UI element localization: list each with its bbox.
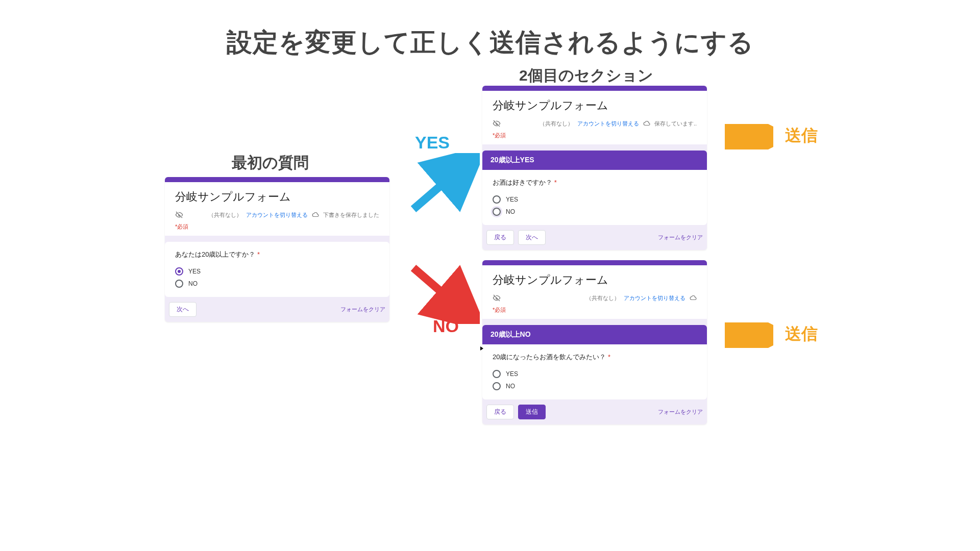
option-label: NO [506, 208, 515, 215]
save-status: 保存しています.. [654, 120, 697, 128]
radio-icon [493, 382, 501, 390]
form-title: 分岐サンプルフォーム [493, 272, 697, 288]
arrow-send-2 [725, 322, 773, 348]
option-yes[interactable]: YES [493, 193, 697, 206]
form-footer: 次へ フォームをクリア [165, 297, 389, 318]
form-header: 分岐サンプルフォーム （共有なし） アカウントを切り替える 保存しています.. … [482, 86, 707, 144]
next-button[interactable]: 次へ [169, 302, 197, 317]
radio-icon [175, 280, 183, 288]
svg-line-1 [413, 268, 470, 316]
clear-form-link[interactable]: フォームをクリア [658, 408, 703, 416]
visibility-off-icon [175, 211, 183, 219]
slide-title: 設定を変更して正しく送信されるようにする [227, 26, 754, 60]
required-note: *必須 [493, 132, 697, 139]
next-button[interactable]: 次へ [518, 230, 546, 245]
option-no[interactable]: NO [493, 380, 697, 392]
account-row: （共有なし） アカウントを切り替える 保存しています.. [493, 119, 697, 128]
save-status: 下書きを保存しました [323, 211, 379, 219]
form-footer: 戻る 送信 フォームをクリア [482, 399, 707, 420]
flow-label-send-1: 送信 [785, 124, 818, 147]
flow-label-send-2: 送信 [785, 323, 818, 345]
form-first-question: 分岐サンプルフォーム （共有なし） アカウントを切り替える 下書きを保存しました… [165, 177, 389, 322]
form-header: 分岐サンプルフォーム （共有なし） アカウントを切り替える *必須 [482, 260, 707, 319]
cloud-icon [312, 211, 319, 218]
question-card: お酒は好きですか？ * YES NO [482, 170, 707, 225]
back-button[interactable]: 戻る [486, 405, 514, 419]
question-card: 20歳になったらお酒を飲んでみたい？ * YES NO [482, 344, 707, 399]
clear-form-link[interactable]: フォームをクリア [340, 306, 385, 313]
cloud-icon [643, 120, 650, 127]
share-note: （共有なし） [540, 120, 573, 128]
arrow-yes [408, 153, 480, 214]
share-note: （共有なし） [586, 294, 620, 302]
question-card: あなたは20歳以上ですか？ * YES NO [165, 242, 389, 297]
visibility-off-icon [493, 294, 501, 302]
option-label: NO [506, 383, 515, 390]
cursor-icon [480, 346, 483, 350]
radio-icon [175, 267, 183, 276]
form-title: 分岐サンプルフォーム [175, 189, 379, 205]
option-no[interactable]: NO [175, 278, 379, 290]
required-note: *必須 [493, 306, 697, 314]
option-no[interactable]: NO [493, 206, 697, 218]
form-title: 分岐サンプルフォーム [493, 98, 697, 113]
option-yes[interactable]: YES [175, 265, 379, 278]
option-yes[interactable]: YES [493, 368, 697, 380]
section-title: 20歳以上YES [482, 151, 707, 170]
arrow-send-1 [725, 124, 773, 149]
form-header: 分岐サンプルフォーム （共有なし） アカウントを切り替える 下書きを保存しました… [165, 177, 389, 236]
required-note: *必須 [175, 223, 379, 231]
section-title: 20歳以上NO [482, 325, 707, 344]
question-label: 20歳になったらお酒を飲んでみたい？ * [493, 353, 697, 362]
option-label: YES [188, 268, 201, 275]
submit-button[interactable]: 送信 [518, 405, 546, 419]
back-button[interactable]: 戻る [486, 230, 514, 245]
switch-account-link[interactable]: アカウントを切り替える [577, 120, 639, 128]
question-label: あなたは20歳以上ですか？ * [175, 250, 379, 259]
caption-first-question: 最初の質問 [232, 153, 309, 173]
svg-line-0 [413, 161, 470, 209]
cloud-icon [690, 294, 697, 302]
question-label: お酒は好きですか？ * [493, 178, 697, 187]
caption-second-section: 2個目のセクション [519, 65, 653, 86]
radio-icon [493, 370, 501, 378]
flow-label-yes: YES [415, 133, 450, 153]
switch-account-link[interactable]: アカウントを切り替える [246, 211, 308, 219]
option-label: YES [506, 196, 518, 203]
form-footer: 戻る 次へ フォームをクリア [482, 225, 707, 246]
radio-icon [493, 195, 501, 204]
clear-form-link[interactable]: フォームをクリア [658, 234, 703, 241]
option-label: NO [188, 280, 198, 287]
switch-account-link[interactable]: アカウントを切り替える [624, 294, 685, 302]
account-row: （共有なし） アカウントを切り替える [493, 294, 697, 302]
account-row: （共有なし） アカウントを切り替える 下書きを保存しました [175, 211, 379, 219]
form-section-2: 分岐サンプルフォーム （共有なし） アカウントを切り替える 保存しています.. … [482, 86, 707, 250]
arrow-no [408, 263, 480, 324]
form-section-3: 分岐サンプルフォーム （共有なし） アカウントを切り替える *必須 20歳以上N… [482, 260, 707, 424]
visibility-off-icon [493, 119, 501, 128]
radio-icon [493, 208, 501, 216]
share-note: （共有なし） [208, 211, 242, 219]
option-label: YES [506, 370, 518, 378]
